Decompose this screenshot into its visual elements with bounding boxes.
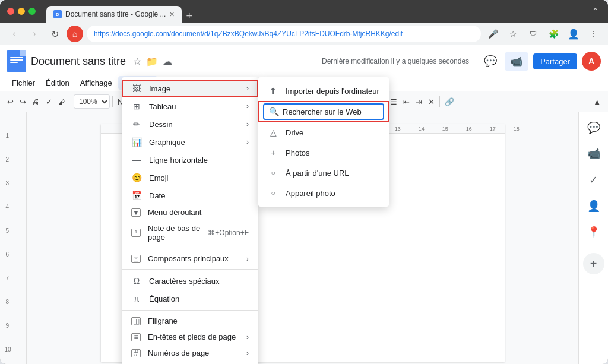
tableau-arrow: › — [246, 102, 249, 110]
window-controls[interactable]: ⌃ — [589, 5, 601, 17]
more-icon[interactable]: ⋮ — [585, 26, 602, 42]
address-text: https://docs.google.com/document/d/1qZBz… — [94, 30, 474, 38]
tab-bar: D Document sans titre - Google ... × + — [46, 0, 584, 23]
more-toolbar[interactable]: ▲ — [591, 94, 603, 109]
print-button[interactable]: 🖨 — [30, 94, 42, 109]
search-icon: 🔍 — [269, 107, 279, 116]
search-input[interactable] — [283, 107, 378, 116]
menu-item-numeros[interactable]: # Numéros de page › — [122, 345, 258, 361]
menu-item-dessin[interactable]: ✏ Dessin › — [122, 115, 258, 133]
menu-item-filigrane[interactable]: ◫ Filigrane — [122, 313, 258, 329]
cloud-icon[interactable]: ☁ — [163, 56, 172, 67]
photos-icon: + — [268, 147, 278, 158]
menu-fichier[interactable]: Fichier — [7, 76, 40, 90]
sidebar-maps-icon[interactable]: 📍 — [583, 221, 604, 243]
menu-item-ligne-h[interactable]: — Ligne horizontale — [122, 151, 258, 169]
import-icon: ⬆ — [268, 86, 278, 96]
new-tab-button[interactable]: + — [184, 10, 195, 23]
comments-button[interactable]: 💬 — [481, 52, 500, 71]
menu-edition[interactable]: Édition — [41, 76, 74, 90]
separator-2 — [122, 269, 258, 270]
shield-icon[interactable]: 🛡 — [525, 26, 542, 42]
menu-item-image[interactable]: 🖼 Image › — [122, 80, 258, 97]
maximize-button[interactable] — [28, 8, 36, 15]
menu-item-tableau[interactable]: ⊞ Tableau › — [122, 97, 258, 115]
document-title[interactable]: Document sans titre — [31, 55, 126, 68]
home-button[interactable]: ⌂ — [66, 26, 83, 42]
sidebar-user-icon[interactable]: 👤 — [583, 195, 604, 217]
filigrane-icon: ◫ — [131, 317, 141, 325]
ext-icon[interactable]: 🧩 — [545, 26, 562, 42]
image-arrow: › — [246, 84, 249, 93]
url-label: À partir d'une URL — [286, 169, 349, 178]
image-submenu: ⬆ Importer depuis l'ordinateur 🔍 △ Drive… — [258, 77, 389, 207]
menu-item-graphique[interactable]: 📊 Graphique › — [122, 133, 258, 151]
menu-item-en-tetes[interactable]: ≡ En-têtes et pieds de page › — [122, 329, 258, 345]
submenu-photos[interactable]: + Photos — [258, 143, 389, 163]
zoom-select[interactable]: 100% 75% 125% 150% — [74, 94, 110, 109]
submenu-import[interactable]: ⬆ Importer depuis l'ordinateur — [258, 81, 389, 101]
meet-button[interactable]: 📹 — [505, 52, 528, 71]
caracteres-icon: Ω — [131, 276, 142, 286]
address-bar[interactable]: https://docs.google.com/document/d/1qZBz… — [87, 26, 481, 42]
bookmark-icon[interactable]: ☆ — [505, 26, 521, 42]
menu-item-note-bas[interactable]: ¹ Note de bas de page ⌘+Option+F — [122, 220, 258, 245]
sidebar-meet-icon[interactable]: 📹 — [583, 143, 604, 164]
submenu-camera[interactable]: ○ Appareil photo — [258, 183, 389, 203]
composants-arrow: › — [246, 255, 249, 263]
tab-favicon: D — [53, 10, 62, 18]
insert-link-button[interactable]: 🔗 — [442, 94, 457, 109]
redo-button[interactable]: ↪ — [17, 94, 28, 109]
star-icon[interactable]: ☆ — [133, 56, 141, 67]
close-button[interactable] — [7, 8, 14, 15]
sidebar-comments-icon[interactable]: 💬 — [583, 117, 604, 138]
paint-button[interactable]: 🖌 — [56, 94, 68, 109]
menu-item-equation[interactable]: π Équation — [122, 290, 258, 308]
graphique-arrow: › — [246, 138, 249, 146]
submenu-url[interactable]: ○ À partir d'une URL — [258, 163, 389, 183]
undo-button[interactable]: ↩ — [5, 94, 16, 109]
camera-icon: ○ — [268, 188, 278, 198]
en-tetes-icon: ≡ — [131, 333, 141, 341]
folder-icon[interactable]: 📁 — [146, 56, 158, 67]
refresh-button[interactable]: ↻ — [46, 26, 63, 42]
share-button[interactable]: Partager — [533, 53, 577, 69]
title-actions: ☆ 📁 ☁ — [133, 56, 172, 67]
sidebar-divider — [587, 248, 601, 248]
menu-item-date[interactable]: 📅 Date — [122, 186, 258, 204]
menu-item-caracteres[interactable]: Ω Caractères spéciaux — [122, 272, 258, 290]
tab-close-icon[interactable]: × — [169, 10, 174, 19]
browser-tab[interactable]: D Document sans titre - Google ... × — [46, 6, 182, 23]
menu-item-menu-deroulant[interactable]: ▼ Menu déroulant — [122, 204, 258, 220]
menu-item-emoji[interactable]: 😊 Emoji — [122, 169, 258, 186]
spellcheck-button[interactable]: ✓ — [43, 94, 55, 109]
browser-toolbar: ‹ › ↻ ⌂ https://docs.google.com/document… — [0, 23, 608, 45]
menu-item-composants[interactable]: ⊡ Composants principaux › — [122, 251, 258, 267]
submenu-drive[interactable]: △ Drive — [258, 122, 389, 143]
minimize-button[interactable] — [18, 8, 25, 15]
tab-title: Document sans titre - Google ... — [65, 10, 166, 18]
mic-icon[interactable]: 🎤 — [484, 26, 501, 42]
menu-deroulant-label: Menu déroulant — [148, 208, 249, 217]
clear-format-button[interactable]: ✕ — [426, 94, 437, 109]
forward-button[interactable]: › — [26, 26, 43, 42]
sidebar-add-button[interactable]: + — [583, 253, 604, 274]
en-tetes-label: En-têtes et pieds de page — [148, 333, 239, 341]
search-box[interactable]: 🔍 — [263, 103, 384, 120]
sidebar-check-icon[interactable]: ✓ — [583, 169, 604, 191]
menu-affichage[interactable]: Affichage — [75, 76, 117, 90]
submenu-search-web[interactable]: 🔍 — [258, 101, 389, 122]
indent-dec-button[interactable]: ⇤ — [401, 94, 412, 109]
user-avatar[interactable]: A — [582, 52, 601, 71]
separator-1 — [122, 248, 258, 248]
separator-3 — [122, 310, 258, 311]
vertical-ruler: 1 2 3 4 5 6 7 8 9 10 11 12 — [0, 112, 27, 364]
composants-icon: ⊡ — [131, 255, 141, 263]
note-bas-shortcut: ⌘+Option+F — [208, 229, 249, 237]
indent-inc-button[interactable]: ⇥ — [413, 94, 425, 109]
numbered-list-button[interactable]: ☰ — [388, 94, 400, 109]
back-button[interactable]: ‹ — [6, 26, 23, 42]
menu-item-saut[interactable]: ↵ Saut › — [122, 361, 258, 364]
profile-icon[interactable]: 👤 — [565, 26, 582, 42]
header-actions: 💬 📹 Partager A — [481, 52, 601, 71]
